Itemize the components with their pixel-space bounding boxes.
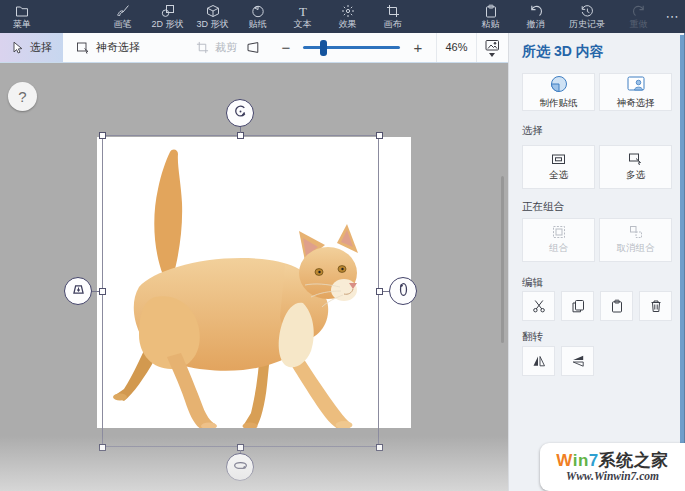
2d-shapes-label: 2D 形状 — [151, 19, 183, 29]
copy-button[interactable] — [561, 291, 594, 321]
flip-horizontal-icon — [532, 354, 546, 368]
canvas-area[interactable]: ? — [0, 63, 508, 491]
select-all-label: 全选 — [549, 169, 568, 182]
paste-label: 粘贴 — [482, 19, 500, 29]
select-section-label: 选择 — [522, 124, 543, 138]
delete-icon — [649, 299, 663, 313]
plus-icon: + — [414, 39, 423, 56]
rotate-x-handle[interactable] — [226, 453, 254, 481]
group-button[interactable]: 组合 — [522, 218, 595, 262]
watermark-url: Www.Winwin7.com — [566, 470, 659, 483]
sticker-icon — [251, 4, 265, 18]
menu-button[interactable]: 菜单 — [4, 0, 40, 33]
brush-label: 画笔 — [114, 19, 132, 29]
panel-magic-select-button[interactable]: 神奇选择 — [599, 73, 672, 111]
ungroup-button[interactable]: 取消组合 — [599, 218, 672, 262]
magic-select-button[interactable]: 神奇选择 — [76, 33, 140, 62]
scale-handle-bottom-right[interactable] — [376, 444, 383, 451]
edge-handle-left[interactable] — [99, 288, 106, 295]
canvas-vertical-scrollbar[interactable] — [501, 176, 504, 343]
redo-button[interactable]: 重做 — [616, 0, 661, 33]
text-tool-button[interactable]: T 文本 — [280, 0, 325, 33]
perspective-toggle-button[interactable] — [246, 33, 260, 62]
scale-handle-top-right[interactable] — [376, 132, 383, 139]
selected-3d-content-panel: 所选 3D 内容 制作贴纸 神奇选择 选择 全选 多选 正在组合 — [508, 33, 685, 491]
connector-top — [240, 127, 241, 133]
select-all-button[interactable]: 全选 — [522, 145, 595, 189]
selection-rectangle[interactable] — [102, 135, 379, 447]
svg-text:T: T — [299, 4, 307, 18]
flip-horizontal-button[interactable] — [522, 346, 555, 376]
multi-select-icon — [628, 152, 643, 166]
fit-to-view-button[interactable] — [477, 33, 507, 62]
cut-icon — [532, 299, 546, 313]
zoom-out-button[interactable]: − — [277, 33, 295, 62]
zoom-slider-track[interactable] — [303, 46, 400, 49]
3d-shapes-button[interactable]: 3D 形状 — [190, 0, 235, 33]
canvas-button[interactable]: 画布 — [370, 0, 415, 33]
rotate-z-handle[interactable] — [226, 99, 254, 127]
rotate-y-handle[interactable] — [389, 277, 417, 305]
history-icon — [580, 4, 594, 18]
make-sticker-icon — [549, 74, 569, 94]
ellipsis-icon: ⋯ — [666, 12, 679, 22]
edge-handle-top[interactable] — [237, 132, 244, 139]
history-button[interactable]: 历史记录 — [558, 0, 616, 33]
winwin7-watermark: Win7系统之家 Www.Winwin7.com — [540, 443, 685, 491]
paste-button[interactable]: 粘贴 — [468, 0, 513, 33]
help-button[interactable]: ? — [8, 82, 37, 111]
copy-icon — [571, 299, 585, 313]
stickers-button[interactable]: 贴纸 — [235, 0, 280, 33]
help-label: ? — [18, 88, 26, 105]
menu-folder-icon — [15, 4, 29, 18]
image-fit-icon — [485, 39, 500, 52]
brush-tool-button[interactable]: 画笔 — [100, 0, 145, 33]
ungroup-icon — [629, 225, 643, 239]
canvas-icon — [386, 4, 400, 18]
make-sticker-button[interactable]: 制作贴纸 — [522, 73, 595, 111]
group-label: 组合 — [549, 242, 568, 255]
perspective-icon — [246, 41, 260, 54]
watermark-logo: Win7系统之家 — [556, 451, 668, 470]
more-options-button[interactable]: ⋯ — [661, 0, 683, 33]
ungroup-label: 取消组合 — [617, 242, 655, 255]
stickers-label: 贴纸 — [249, 19, 267, 29]
text-label: 文本 — [294, 19, 312, 29]
undo-button[interactable]: 撤消 — [513, 0, 558, 33]
multi-select-button[interactable]: 多选 — [599, 145, 672, 189]
redo-icon — [632, 4, 646, 18]
zoom-slider-thumb[interactable] — [320, 40, 327, 56]
zoom-percentage[interactable]: 46% — [436, 33, 477, 62]
brush-icon — [116, 4, 130, 18]
crop-icon — [196, 41, 209, 54]
panel-title: 所选 3D 内容 — [522, 43, 604, 61]
rotate-x-icon — [232, 457, 249, 478]
multi-select-label: 多选 — [626, 169, 645, 182]
2d-shapes-icon — [161, 4, 175, 18]
flip-vertical-button[interactable] — [561, 346, 594, 376]
undo-icon — [529, 4, 543, 18]
chevron-down-icon — [489, 53, 495, 57]
group-section-label: 正在组合 — [522, 200, 564, 214]
panel-magic-select-label: 神奇选择 — [617, 97, 655, 110]
flip-vertical-icon — [571, 354, 585, 368]
delete-button[interactable] — [639, 291, 672, 321]
magic-select-icon — [76, 41, 90, 54]
paste-icon — [610, 299, 624, 313]
select-tool-button[interactable]: 选择 — [0, 33, 63, 62]
2d-shapes-button[interactable]: 2D 形状 — [145, 0, 190, 33]
cut-button[interactable] — [522, 291, 555, 321]
select-label: 选择 — [30, 40, 52, 55]
3d-shapes-icon — [206, 4, 220, 18]
history-label: 历史记录 — [569, 19, 605, 29]
edge-handle-right[interactable] — [376, 288, 383, 295]
scale-handle-top-left[interactable] — [99, 132, 106, 139]
scale-handle-bottom-left[interactable] — [99, 444, 106, 451]
crop-button[interactable]: 裁剪 — [196, 33, 237, 62]
rotate-tilt-handle[interactable] — [64, 277, 92, 305]
effects-label: 效果 — [339, 19, 357, 29]
zoom-in-button[interactable]: + — [409, 33, 427, 62]
effects-button[interactable]: 效果 — [325, 0, 370, 33]
panel-paste-button[interactable] — [600, 291, 633, 321]
selection-ribbon: 选择 神奇选择 裁剪 − + 46% — [0, 33, 508, 63]
